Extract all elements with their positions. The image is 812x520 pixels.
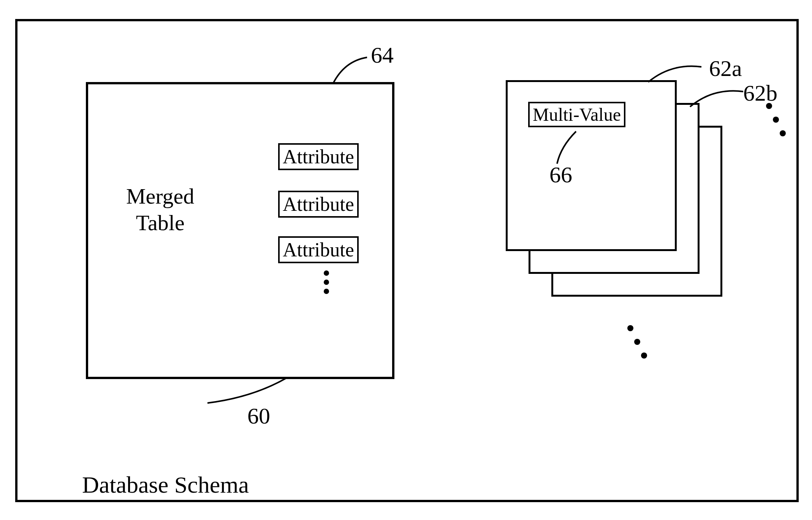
- database-schema-frame: Merged Table Attribute Attribute Attribu…: [15, 19, 799, 502]
- diagram-canvas: Merged Table Attribute Attribute Attribu…: [0, 0, 812, 520]
- callout-64: 64: [371, 42, 394, 68]
- callout-line-64: [329, 54, 405, 88]
- schema-title: Database Schema: [82, 471, 249, 498]
- merged-table-label: Merged Table: [126, 183, 194, 236]
- attribute-box-3: Attribute: [278, 236, 359, 263]
- attribute-ellipsis: [324, 270, 329, 294]
- callout-62b: 62b: [743, 80, 777, 106]
- multi-value-label: Multi-Value: [528, 102, 625, 127]
- ellipsis-lower: [627, 325, 647, 359]
- callout-60: 60: [247, 403, 270, 429]
- merged-table-box: Merged Table Attribute Attribute Attribu…: [86, 82, 394, 379]
- callout-66: 66: [549, 162, 572, 188]
- attribute-box-1: Attribute: [278, 143, 359, 170]
- ellipsis-upper: [766, 103, 786, 136]
- callout-line-66: [553, 128, 599, 166]
- attribute-box-2: Attribute: [278, 191, 359, 218]
- merged-text-1: Merged Table: [126, 184, 194, 235]
- callout-62a: 62a: [709, 55, 742, 82]
